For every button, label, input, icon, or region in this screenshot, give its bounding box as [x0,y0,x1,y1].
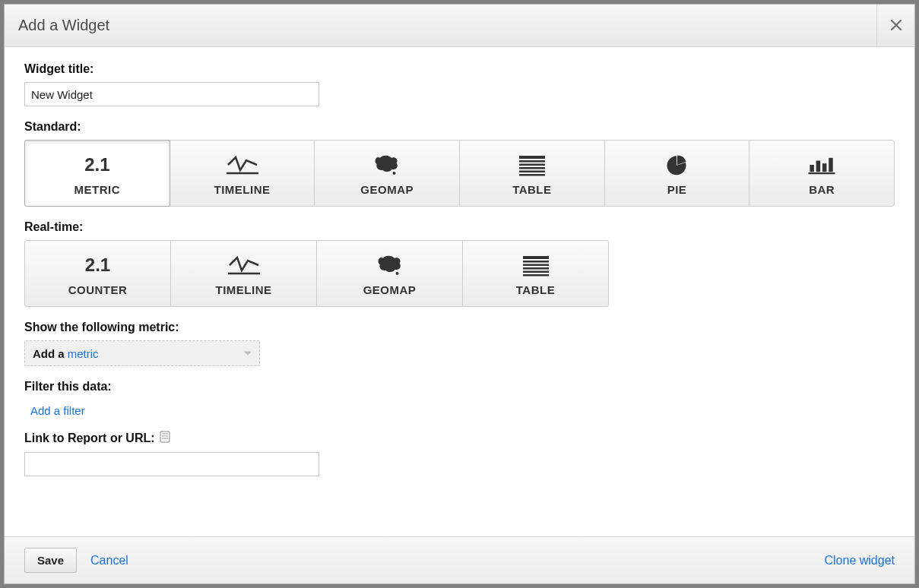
svg-rect-14 [523,261,549,263]
link-label: Link to Report or URL: [24,432,155,445]
timeline-icon [225,251,263,279]
cancel-link[interactable]: Cancel [90,554,128,567]
close-button[interactable] [876,5,914,47]
close-icon [891,20,902,33]
standard-type-grid: 2.1 METRIC TIMELINE GEOMAP [24,140,895,207]
type-label: TABLE [512,183,551,196]
type-pie[interactable]: PIE [604,140,750,207]
svg-rect-19 [160,432,170,442]
type-bar[interactable]: BAR [749,140,895,207]
svg-rect-9 [822,163,827,172]
svg-rect-10 [829,157,833,171]
standard-section: Standard: 2.1 METRIC TIMELINE GEOMA [24,120,895,207]
document-icon [160,431,170,446]
add-widget-dialog: Add a Widget Widget title: Standard: 2.1… [4,4,915,584]
dialog-title: Add a Widget [18,17,109,34]
type-label: METRIC [74,183,121,196]
filter-label: Filter this data: [24,380,895,394]
bar-icon [804,151,839,179]
link-field: Link to Report or URL: [24,431,895,476]
type-table-rt[interactable]: TABLE [462,240,609,307]
svg-rect-6 [519,174,545,176]
realtime-label: Real-time: [24,220,895,234]
type-label: GEOMAP [360,183,414,196]
geomap-icon [369,151,404,179]
link-label-row: Link to Report or URL: [24,431,895,446]
dialog-footer: Save Cancel Clone widget [5,536,914,583]
type-metric[interactable]: 2.1 METRIC [24,140,170,207]
svg-rect-2 [519,160,545,163]
type-label: TIMELINE [216,283,272,296]
filter-field: Filter this data: Add a filter [24,380,895,417]
add-metric-link-text: metric [68,347,99,360]
svg-rect-4 [519,167,545,169]
svg-rect-15 [523,264,549,266]
type-timeline-rt[interactable]: TIMELINE [170,240,317,307]
standard-label: Standard: [24,120,895,134]
type-timeline[interactable]: TIMELINE [170,140,315,207]
metric-field: Show the following metric: Add a metric [24,321,895,366]
svg-rect-1 [519,156,545,159]
svg-rect-13 [523,256,549,259]
geomap-icon [372,251,407,279]
type-counter[interactable]: 2.1 COUNTER [24,240,171,307]
save-button[interactable]: Save [24,548,77,573]
svg-rect-16 [523,267,549,270]
metric-label: Show the following metric: [24,321,895,334]
svg-rect-8 [816,160,821,172]
add-metric-dropdown[interactable]: Add a metric [24,340,260,366]
svg-rect-3 [519,163,545,166]
table-icon [518,251,553,279]
realtime-section: Real-time: 2.1 COUNTER TIMELINE GE [24,220,895,307]
type-label: TIMELINE [214,183,271,196]
type-geomap[interactable]: GEOMAP [314,140,460,207]
link-url-input[interactable] [24,452,319,476]
dialog-body: Widget title: Standard: 2.1 METRIC TIMEL… [5,47,914,536]
type-label: GEOMAP [363,283,417,296]
type-label: COUNTER [68,283,128,296]
widget-title-input[interactable] [24,82,319,106]
type-table[interactable]: TABLE [459,140,605,207]
clone-widget-link[interactable]: Clone widget [825,554,895,567]
type-geomap-rt[interactable]: GEOMAP [316,240,463,307]
widget-title-field: Widget title: [24,62,895,106]
table-icon [515,151,550,179]
add-metric-prefix: Add a [33,347,65,360]
svg-rect-5 [519,170,545,172]
dialog-header: Add a Widget [5,5,914,47]
pie-icon [665,151,689,179]
type-label: TABLE [516,283,555,296]
metric-number-icon: 2.1 [84,151,109,179]
svg-rect-7 [810,165,815,172]
svg-rect-18 [523,274,549,277]
chevron-down-icon [244,352,252,356]
realtime-type-grid: 2.1 COUNTER TIMELINE GEOMAP [24,240,611,307]
type-label: PIE [667,183,687,196]
svg-rect-17 [523,270,549,273]
add-filter-link[interactable]: Add a filter [30,404,85,417]
timeline-icon [223,151,261,179]
counter-number-icon: 2.1 [85,251,110,279]
type-label: BAR [809,183,835,196]
widget-title-label: Widget title: [24,62,895,76]
